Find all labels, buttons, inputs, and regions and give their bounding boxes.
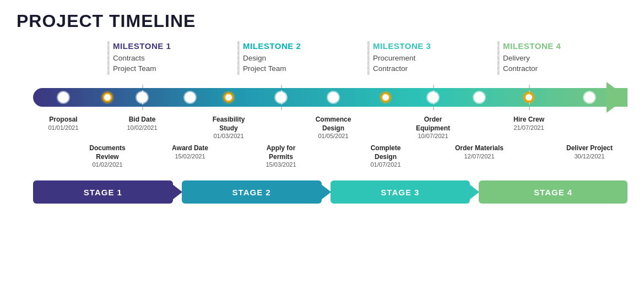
milestone-4: MILESTONE 4 Delivery Contractor: [497, 41, 627, 75]
timeline-dot-6: [328, 92, 339, 103]
milestone-1: MILESTONE 1 Contracts Project Team: [107, 41, 237, 75]
milestone-1-item-1: Project Team: [113, 64, 237, 73]
event-name-4: Feasibility Study: [204, 116, 253, 133]
timeline-dot-2: [137, 92, 148, 103]
event-block-6: Commence Design01/05/2021: [309, 116, 358, 139]
event-date-9: 12/07/2021: [454, 153, 504, 160]
event-date-6: 01/05/2021: [309, 133, 358, 139]
event-date-4: 01/03/2021: [204, 133, 253, 139]
event-date-1: 01/02/2021: [83, 161, 132, 168]
event-date-5: 15/03/2021: [256, 161, 306, 168]
event-name-3: Award Date: [165, 144, 215, 153]
stage-2-box: STAGE 2: [182, 180, 322, 204]
timeline-dot-8: [427, 92, 439, 103]
event-block-5: Apply for Permits15/03/2021: [256, 144, 306, 168]
timeline-container: [17, 85, 627, 110]
stage-3-item: STAGE 3: [331, 180, 479, 204]
event-block-7: Complete Design01/07/2021: [361, 144, 410, 168]
event-block-1: Documents Review01/02/2021: [83, 144, 132, 168]
milestone-3-label: MILESTONE 3: [373, 41, 497, 51]
timeline-dot-1: [102, 92, 112, 102]
event-block-2: Bid Date10/02/2021: [117, 116, 167, 131]
stage-1-item: STAGE 1: [33, 180, 182, 204]
event-block-3: Award Date15/02/2021: [165, 144, 215, 160]
timeline-dot-4: [224, 92, 234, 102]
event-date-3: 15/02/2021: [165, 153, 215, 160]
stage-4-box: STAGE 4: [479, 180, 627, 204]
event-block-4: Feasibility Study01/03/2021: [204, 116, 253, 139]
stage-3-arrow: [469, 184, 479, 200]
event-name-9: Order Materials: [454, 144, 504, 153]
milestone-4-item-0: Delivery: [503, 54, 627, 62]
timeline-dot-3: [185, 92, 196, 103]
event-block-11: Deliver Project30/12/2021: [565, 144, 614, 160]
milestone-2-item-0: Design: [243, 54, 367, 62]
milestone-3-item-0: Procurement: [373, 54, 497, 62]
event-name-1: Documents Review: [83, 144, 132, 161]
event-block-9: Order Materials12/07/2021: [454, 144, 504, 160]
timeline-dot-10: [524, 92, 534, 102]
event-date-7: 01/07/2021: [361, 161, 410, 168]
event-block-10: Hire Crew21/07/2021: [504, 116, 554, 131]
event-date-2: 10/02/2021: [117, 124, 167, 131]
timeline-dot-0: [58, 92, 69, 103]
event-name-2: Bid Date: [117, 116, 167, 124]
event-date-11: 30/12/2021: [565, 153, 614, 160]
event-name-11: Deliver Project: [565, 144, 614, 153]
timeline-arrow: [607, 82, 627, 113]
stage-3-box: STAGE 3: [331, 180, 470, 204]
event-date-8: 10/07/2021: [408, 133, 458, 139]
milestone-4-item-1: Contractor: [503, 64, 627, 73]
page-title: PROJECT TIMELINE: [17, 11, 627, 31]
milestone-2-label: MILESTONE 2: [243, 41, 367, 51]
event-name-6: Commence Design: [309, 116, 358, 133]
event-block-0: Proposal01/01/2021: [39, 116, 88, 131]
milestones-row: MILESTONE 1 Contracts Project Team MILES…: [17, 41, 627, 75]
events-row: Proposal01/01/2021Documents Review01/02/…: [17, 116, 627, 176]
timeline-dot-5: [275, 92, 286, 103]
event-date-0: 01/01/2021: [39, 124, 88, 131]
stage-2-item: STAGE 2: [182, 180, 331, 204]
event-name-0: Proposal: [39, 116, 88, 124]
event-name-10: Hire Crew: [504, 116, 554, 124]
milestone-2: MILESTONE 2 Design Project Team: [237, 41, 367, 75]
event-date-10: 21/07/2021: [504, 124, 554, 131]
stages-row: STAGE 1 STAGE 2 STAGE 3 STAGE 4: [17, 180, 627, 204]
milestone-2-item-1: Project Team: [243, 64, 367, 73]
event-name-8: Order Equipment: [408, 116, 458, 133]
timeline-dot-7: [381, 92, 391, 102]
stage-1-arrow: [172, 184, 182, 200]
stage-1-box: STAGE 1: [33, 180, 173, 204]
stage-2-arrow: [321, 184, 331, 200]
milestone-3-item-1: Contractor: [373, 64, 497, 73]
event-name-5: Apply for Permits: [256, 144, 306, 161]
milestone-3: MILESTONE 3 Procurement Contractor: [367, 41, 497, 75]
milestone-1-label: MILESTONE 1: [113, 41, 237, 51]
milestone-4-label: MILESTONE 4: [503, 41, 627, 51]
timeline-dot-9: [474, 92, 485, 103]
event-block-8: Order Equipment10/07/2021: [408, 116, 458, 139]
timeline-dot-11: [584, 92, 595, 103]
event-name-7: Complete Design: [361, 144, 410, 161]
stage-4-item: STAGE 4: [479, 180, 627, 204]
milestone-1-item-0: Contracts: [113, 54, 237, 62]
